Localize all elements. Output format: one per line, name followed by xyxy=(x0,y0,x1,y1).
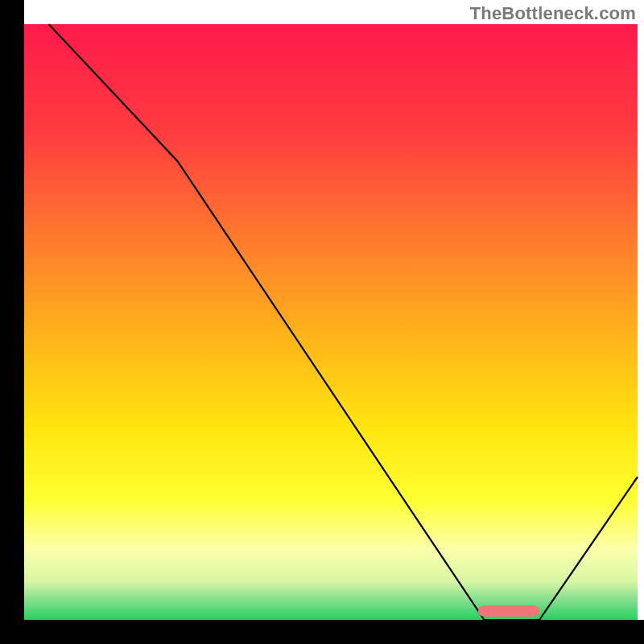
x-axis-bar xyxy=(0,620,644,644)
attribution-label: TheBottleneck.com xyxy=(470,3,636,24)
optimal-range-marker xyxy=(478,605,539,617)
chart-container: TheBottleneck.com xyxy=(0,0,644,644)
chart-gradient-bg xyxy=(24,24,638,620)
bottleneck-chart xyxy=(0,0,644,644)
y-axis-bar xyxy=(0,0,24,644)
